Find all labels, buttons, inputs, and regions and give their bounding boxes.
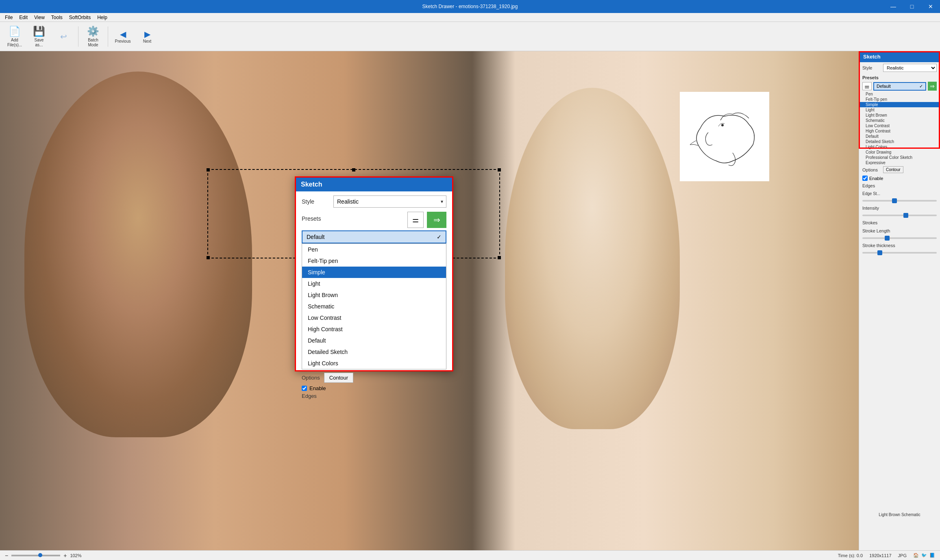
right-style-select[interactable]: Realistic (883, 64, 937, 72)
presets-actions: ⚌ ⇒ (407, 212, 446, 228)
right-preset-simple[interactable]: Simple (859, 102, 940, 107)
options-row: Options Contour (302, 373, 446, 383)
save-as-label: Saveas... (35, 38, 44, 48)
right-preset-default[interactable]: Default (859, 134, 940, 139)
contour-button[interactable]: Contour (324, 373, 353, 383)
bird-sketch-svg (684, 96, 765, 177)
previous-button[interactable]: ◀ Previous (111, 24, 134, 49)
preset-simple[interactable]: Simple (302, 267, 446, 278)
close-button[interactable]: ✕ (921, 0, 940, 13)
right-preset-professional-color-sketch[interactable]: Professional Color Sketch (859, 155, 940, 160)
right-edge-strength-label: Edge St... (862, 191, 881, 196)
filter-icon-button[interactable]: ⚌ (407, 212, 424, 228)
menu-tools[interactable]: Tools (48, 14, 66, 21)
right-filter-icon[interactable]: ⚌ (862, 82, 872, 90)
toolbar-separator-2 (108, 26, 108, 47)
preset-light-brown[interactable]: Light Brown (302, 289, 446, 301)
preset-light-colors[interactable]: Light Colors (302, 358, 446, 369)
right-stroke-length-track (862, 237, 937, 239)
presets-selected-value: Default (307, 234, 324, 240)
preset-felt-tip-pen[interactable]: Felt-Tip pen (302, 255, 446, 267)
zoom-thumb[interactable] (38, 553, 42, 557)
preset-list-large: Pen Felt-Tip pen Simple Light Light Brow… (302, 243, 446, 369)
handle-tc[interactable] (352, 168, 355, 171)
save-as-button[interactable]: 💾 Saveas... (28, 24, 50, 49)
preset-default[interactable]: Default (302, 335, 446, 346)
right-enable-checkbox[interactable] (862, 176, 868, 181)
preset-light[interactable]: Light (302, 278, 446, 289)
zoom-in-button[interactable]: + (63, 552, 67, 559)
zoom-out-button[interactable]: − (5, 552, 8, 559)
right-stroke-thickness-label: Stroke thickness (862, 243, 895, 248)
twitter-icon[interactable]: 🐦 (921, 553, 927, 558)
next-button[interactable]: ▶ Next (136, 24, 159, 49)
right-preset-low-contrast[interactable]: Low Contrast (859, 123, 940, 128)
minimize-button[interactable]: — (884, 0, 903, 13)
handle-bl[interactable] (207, 256, 210, 259)
right-preset-high-contrast[interactable]: High Contrast (859, 128, 940, 134)
right-preset-schematic[interactable]: Schematic (859, 118, 940, 123)
right-preset-felt-tip-pen[interactable]: Felt-Tip pen (859, 97, 940, 102)
preset-pen[interactable]: Pen (302, 244, 446, 255)
right-options-label: Options (862, 167, 881, 172)
undo-button[interactable]: ↩ (52, 24, 75, 49)
right-preset-list: Pen Felt-Tip pen Simple Light Light Brow… (859, 91, 940, 165)
right-style-row: Style Realistic (859, 62, 940, 74)
batch-mode-button[interactable]: ⚙️ BatchMode (82, 24, 104, 49)
right-preset-light-brown[interactable]: Light Brown (859, 113, 940, 118)
menu-help[interactable]: Help (94, 14, 111, 21)
right-preset-color-drawing[interactable]: Color Drawing (859, 150, 940, 155)
toolbar-separator-1 (78, 26, 78, 47)
preset-detailed-sketch[interactable]: Detailed Sketch (302, 346, 446, 358)
maximize-button[interactable]: □ (903, 0, 921, 13)
right-apply-button[interactable]: ⇒ (928, 82, 937, 91)
right-stroke-length-label: Stroke Length (862, 228, 890, 233)
canvas-area[interactable]: Sketch Style Realistic ▾ Presets (0, 51, 859, 550)
menu-softorbits[interactable]: SoftOrbits (66, 14, 94, 21)
preset-high-contrast[interactable]: High Contrast (302, 323, 446, 335)
right-preset-pen[interactable]: Pen (859, 91, 940, 97)
right-strokes-label: Strokes (862, 220, 881, 225)
right-stroke-length-thumb[interactable] (885, 236, 890, 241)
right-stroke-thickness-thumb[interactable] (877, 250, 882, 255)
facebook-icon[interactable]: 📘 (929, 553, 935, 558)
enable-checkbox-label[interactable]: Enable (302, 385, 446, 391)
style-select[interactable]: Realistic (333, 195, 446, 208)
sketch-panel-title: Sketch (296, 178, 452, 191)
right-edge-strength-thumb[interactable] (892, 198, 897, 203)
menu-bar: File Edit View Tools SoftOrbits Help (0, 13, 940, 22)
window-title: Sketch Drawer - emotions-371238_1920.jpg (422, 4, 518, 9)
handle-tl[interactable] (207, 168, 210, 171)
right-preset-light[interactable]: Light (859, 107, 940, 113)
batch-mode-label: BatchMode (88, 38, 98, 48)
apply-arrow-button[interactable]: ⇒ (427, 212, 446, 228)
right-preset-dropdown[interactable]: Default ✓ (873, 82, 926, 91)
add-files-button[interactable]: 📄 AddFile(s)... (3, 24, 26, 49)
presets-dropdown-bar[interactable]: Default ✓ (302, 230, 446, 243)
right-preset-expressive[interactable]: Expressive (859, 160, 940, 165)
zoom-slider[interactable] (11, 555, 60, 556)
right-style-label: Style (862, 65, 881, 70)
right-contour-button[interactable]: Contour (883, 166, 903, 173)
sketch-panel-large: Sketch Style Realistic ▾ Presets (295, 176, 453, 371)
enable-label: Enable (309, 385, 326, 391)
preset-low-contrast[interactable]: Low Contrast (302, 312, 446, 323)
home-icon[interactable]: 🏠 (913, 553, 919, 558)
options-label: Options (302, 375, 320, 381)
presets-row: Presets ⚌ ⇒ (302, 212, 446, 228)
enable-checkbox[interactable] (302, 386, 307, 391)
right-intensity-thumb[interactable] (903, 213, 908, 218)
preset-color-drawing[interactable]: Color Drawing (302, 369, 446, 369)
handle-br[interactable] (498, 256, 501, 259)
right-enable-label: Enable (869, 176, 883, 181)
right-preset-check: ✓ (919, 84, 923, 89)
handle-tr[interactable] (498, 168, 501, 171)
menu-edit[interactable]: Edit (16, 14, 31, 21)
right-preset-light-colors[interactable]: Light Colors (859, 144, 940, 150)
menu-file[interactable]: File (2, 14, 16, 21)
right-intensity-track (862, 215, 937, 216)
preset-schematic[interactable]: Schematic (302, 301, 446, 312)
right-preset-detailed-sketch[interactable]: Detailed Sketch (859, 139, 940, 144)
right-edges-row: Edges (859, 182, 940, 190)
menu-view[interactable]: View (31, 14, 48, 21)
